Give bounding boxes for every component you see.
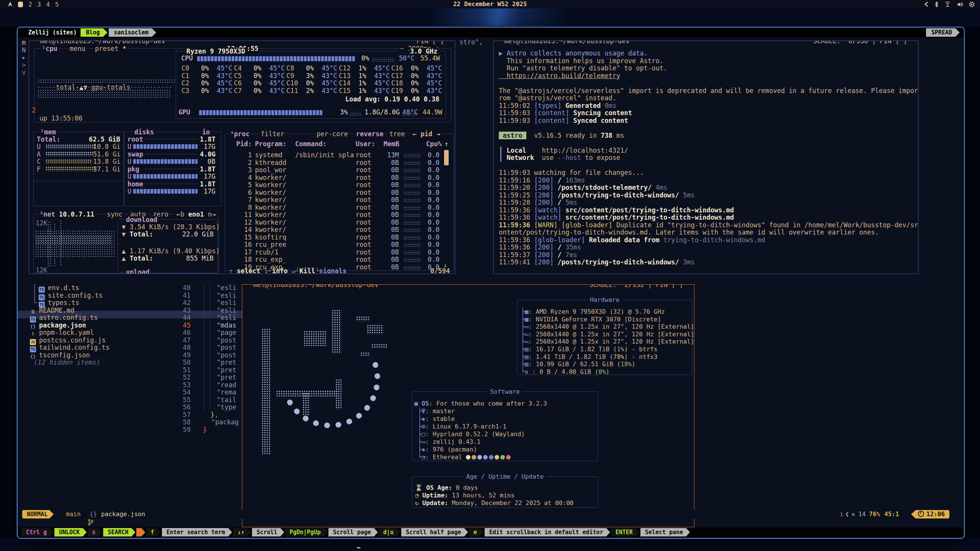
tree-item-env.d.ts[interactable]: TSenv.d.ts (39, 284, 79, 292)
keyhint-PgDn|PgUp[interactable]: PgDn|PgUp (285, 528, 327, 536)
hw-row: ├▤: 1.41 TiB / 1.82 TiB (78%) - ntfs3 (521, 353, 657, 361)
keyhint-sep[interactable] (136, 528, 145, 536)
core-cell: C18 0% 45°C (391, 80, 442, 87)
chip-icon[interactable] (969, 2, 975, 7)
btop-label[interactable]: filter (260, 130, 285, 138)
btop-label[interactable]: sync (106, 211, 124, 218)
term-line: 13.8 Gi (93, 158, 121, 166)
mode-badge: NORMAL (22, 510, 54, 518)
btop-label[interactable]: preset * (94, 45, 127, 53)
btop-label[interactable]: disks (133, 129, 155, 136)
disk-leader (144, 154, 198, 154)
btop-label[interactable]: download (125, 216, 158, 224)
term-line: Pid: (236, 140, 252, 148)
tree-item-pnpm-lock.yaml[interactable]: !pnpm-lock.yaml (30, 329, 94, 337)
network-icon[interactable] (944, 2, 951, 7)
term-line: 3% (340, 109, 348, 116)
keyhint-f[interactable]: f (146, 528, 161, 536)
pane-title[interactable]: mel@linux2025:~/Work/busstop-dev (247, 284, 385, 289)
code-line: } (203, 426, 207, 434)
btop-label[interactable]: io (201, 129, 211, 136)
tree-item-tsconfig.json[interactable]: {}tsconfig.json (30, 352, 90, 359)
keyhint-Scroll[interactable]: Scroll (252, 528, 284, 536)
keyhint-Ctrl g[interactable]: Ctrl g (21, 528, 54, 536)
keyhint-d|u[interactable]: d|u (379, 528, 400, 536)
proc-cpu: 0.0 (428, 174, 439, 182)
term-line: 62.5 GiB (89, 136, 120, 143)
btop-label[interactable]: per-core (315, 130, 349, 138)
tree-item-astro.config.ts[interactable]: TSastro.config.ts (30, 314, 98, 322)
art-sparkle (356, 316, 369, 321)
gutter-line-number: 54 (183, 389, 191, 396)
status-indicator: i (840, 510, 844, 518)
workspace-numbers[interactable]: 2 3 4 5 (28, 1, 59, 8)
keyhint-Scroll page[interactable]: Scroll page (328, 528, 378, 536)
btop-label[interactable]: reverse (355, 130, 385, 138)
tree-item-tailwind.config.ts[interactable]: TStailwind.config.ts (30, 344, 109, 352)
tree-item-README.md[interactable]: ≡README.md (30, 307, 74, 315)
btop-label[interactable]: ⁴proc (229, 130, 251, 138)
code-line: "type (217, 404, 236, 411)
term-line: ↑ (444, 140, 448, 148)
proc-pid: 8 (248, 204, 252, 212)
term-line: ▼ 3.54 KiB/s (28.3 Kibps) (122, 223, 220, 231)
keyhint-Enter search term[interactable]: Enter search term (162, 528, 232, 536)
tree-item-package.json[interactable]: {}package.json (30, 322, 86, 329)
term-line: Command: (295, 140, 327, 148)
proc-cpu: 0.0 (428, 204, 439, 212)
pane-scroll-pin[interactable]: SCROLL: 2/132 | PIN [ ] (583, 284, 689, 289)
pane-btop[interactable]: mel@linux2025:~/Work/busstop-dev PIN [ ]… (29, 41, 455, 274)
tab-sanisoclem[interactable]: sanisoclem (109, 28, 156, 37)
art-bar (261, 328, 271, 455)
btop-label[interactable]: ²mem (39, 129, 57, 136)
proc-cpu: 0.0 (428, 234, 439, 241)
log-line: 11:59:28 [200] / 5ms (499, 199, 577, 207)
keyhint-Scroll half page[interactable]: Scroll half page (401, 528, 468, 536)
term-line: GPU (178, 109, 190, 116)
keyhint-s[interactable]: s (87, 528, 102, 536)
btop-label[interactable]: upload (125, 269, 150, 274)
volume-icon[interactable] (957, 2, 963, 7)
btop-label[interactable]: 10.0.7.11 (58, 211, 95, 218)
art-sparkle (367, 324, 384, 334)
log-line: 11:59:36 [watch] src/content/post/trying… (499, 214, 734, 222)
indent-guide (210, 284, 210, 411)
btop-label[interactable]: menu (69, 45, 87, 53)
pane-title[interactable]: mel@linux2025:~/Work/busstop-dev (498, 41, 636, 45)
keyhint-ENTER[interactable]: ENTER (611, 528, 640, 536)
keyhint-SEARCH[interactable]: SEARCH (103, 528, 135, 536)
keyhint-UNLOCK[interactable]: UNLOCK (54, 528, 87, 536)
tree-item-site.config.ts[interactable]: TSsite.config.ts (39, 292, 103, 300)
btop-label[interactable]: ¹cpu (41, 45, 59, 53)
pane-astro-dev-server[interactable]: mel@linux2025:~/Work/busstop-dev SCROLL:… (493, 41, 918, 274)
indent-guide (204, 284, 204, 411)
proc-pid: 14 (244, 226, 252, 234)
proc-leader (403, 228, 421, 232)
chevron-left-icon[interactable] (924, 2, 929, 7)
tree-item-postcss.config.js[interactable]: JSpostcss.config.js (30, 337, 106, 344)
bluetooth-icon[interactable] (934, 2, 939, 7)
sliver-char: m (22, 39, 26, 47)
term-line: 855 MiB (186, 255, 214, 262)
btop-label[interactable]: Ryzen 9 7950X3D (185, 48, 247, 55)
gutter-line-number: 58 (183, 419, 191, 426)
btop-label[interactable]: tree (388, 130, 406, 138)
keyhint-Edit scrollback in default editor[interactable]: Edit scrollback in default editor (485, 528, 610, 536)
btop-label[interactable]: ³net (38, 211, 56, 218)
pane-title[interactable]: mel@linux2025:~/Work/busstop-dev (34, 41, 172, 45)
proc-scrollbar-thumb (444, 150, 449, 165)
art-crescent (268, 316, 393, 441)
term-line: U (127, 143, 131, 151)
btop-label[interactable]: ← pid → (412, 130, 441, 138)
pane-fastfetch[interactable]: mel@linux2025:~/Work/busstop-dev SCROLL:… (242, 284, 694, 527)
proc-user: root (356, 234, 371, 241)
keyhint-Select pane[interactable]: Select pane (640, 528, 690, 536)
pane-scroll-pin[interactable]: SCROLL: 0/536 | PIN [ ] (807, 41, 913, 45)
btop-label[interactable]: ←b eno1 n→ (175, 211, 217, 218)
tab-blog[interactable]: Blog (80, 28, 107, 37)
keyhint-↓↑[interactable]: ↓↑ (233, 528, 251, 536)
keyhint-e[interactable]: e (469, 528, 484, 536)
tree-item-types.ts[interactable]: TStypes.ts (39, 299, 79, 307)
topbar-clock: 22 December W52 2025 (453, 0, 527, 8)
pane-scroll-pin[interactable]: PIN [ ] (410, 41, 450, 45)
